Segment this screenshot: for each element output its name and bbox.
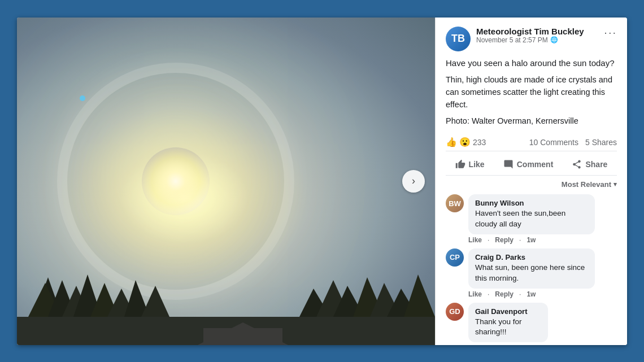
post-text: Have you seen a halo around the sun toda… [446, 57, 617, 128]
svg-rect-18 [203, 328, 282, 345]
comment-bubble-bunny: Bunny Wilson Haven't seen the sun,been c… [468, 194, 595, 234]
comment-content-bunny: Bunny Wilson Haven't seen the sun,been c… [468, 194, 617, 244]
avatar-initials-gail: GD [449, 307, 460, 316]
share-label: Share [585, 160, 607, 169]
avatar-initials: TB [451, 33, 465, 45]
reactions-bar: 👍 😮 233 10 Comments 5 Shares [446, 133, 617, 151]
photo-credit: Photo: Walter Overman, Kernersville [446, 115, 617, 128]
comment-item: BW Bunny Wilson Haven't seen the sun,bee… [446, 194, 617, 244]
comment-icon [503, 159, 514, 169]
svg-marker-16 [404, 274, 435, 317]
comment-author-gail[interactable]: Gail Davenport [475, 307, 541, 316]
comment-content-gail: Gail Davenport Thank you for sharing!!! … [468, 303, 562, 345]
next-button[interactable]: › [402, 170, 425, 193]
comment-reply-gail[interactable]: Reply [495, 344, 514, 344]
poster-name[interactable]: Meteorologist Tim Buckley [476, 27, 604, 36]
like-label: Like [469, 160, 485, 169]
comment-bubble-craig: Craig D. Parks What sun, been gone here … [468, 248, 595, 289]
sun-glow [142, 147, 210, 215]
like-button[interactable]: Like [447, 156, 493, 173]
sort-bar[interactable]: Most Relevant ▾ [446, 180, 617, 189]
more-options-button[interactable]: ··· [604, 27, 617, 38]
avatar-initials-bunny: BW [449, 199, 461, 208]
comment-author-bunny[interactable]: Bunny Wilson [475, 199, 588, 207]
comments-list: BW Bunny Wilson Haven't seen the sun,bee… [446, 194, 617, 345]
blue-dot [80, 95, 85, 101]
post-time: November 5 at 2:57 PM 🌐 [476, 36, 604, 44]
shares-count[interactable]: 5 Shares [585, 138, 617, 147]
engagement-stats: 10 Comments 5 Shares [529, 138, 617, 147]
comment-bubble-gail: Gail Davenport Thank you for sharing!!! [468, 303, 548, 343]
comment-time-gail: 1w [526, 344, 536, 344]
facebook-post-card: › TB Meteorologist Tim Buckley November … [17, 18, 627, 345]
comment-text-bunny: Haven't seen the sun,been cloudy all day [475, 208, 588, 230]
reaction-icons[interactable]: 👍 😮 233 [446, 137, 486, 147]
comment-actions-gail: Like · Reply · 1w [468, 344, 562, 344]
comments-count[interactable]: 10 Comments [529, 138, 578, 147]
comment-item: GD Gail Davenport Thank you for sharing!… [446, 303, 617, 345]
commenter-avatar-bunny[interactable]: BW [446, 194, 464, 212]
post-image-panel: › [17, 18, 435, 345]
comment-reply-bunny[interactable]: Reply [495, 236, 514, 244]
comment-text-craig: What sun, been gone here since this morn… [475, 263, 588, 284]
comment-like-bunny[interactable]: Like [468, 236, 482, 244]
share-button[interactable]: Share [564, 156, 615, 173]
share-icon [572, 159, 582, 169]
sort-chevron: ▾ [613, 181, 617, 188]
avatar-initials-craig: CP [450, 253, 460, 261]
comment-actions-bunny: Like · Reply · 1w [468, 236, 617, 244]
reaction-count: 233 [473, 138, 486, 147]
comment-label: Comment [517, 160, 554, 169]
comment-time-craig: 1w [526, 290, 536, 298]
comment-content-craig: Craig D. Parks What sun, been gone here … [468, 248, 617, 298]
commenter-avatar-craig[interactable]: CP [446, 248, 464, 267]
post-header: TB Meteorologist Tim Buckley November 5 … [446, 27, 617, 51]
svg-marker-9 [141, 286, 169, 317]
post-question: Have you seen a halo around the sun toda… [446, 57, 617, 70]
comment-reply-craig[interactable]: Reply [495, 290, 514, 298]
sort-label: Most Relevant [562, 180, 611, 189]
privacy-icon: 🌐 [550, 36, 558, 43]
comment-time-bunny: 1w [526, 236, 536, 244]
action-buttons: Like Comment Share [446, 154, 617, 176]
comment-like-gail[interactable]: Like [468, 344, 482, 344]
tree-silhouette [17, 272, 435, 345]
wow-emoji: 😮 [459, 137, 471, 147]
post-description: Thin, high clouds are made of ice crysta… [446, 74, 617, 111]
comment-actions-craig: Like · Reply · 1w [468, 290, 617, 298]
like-emoji: 👍 [446, 137, 457, 147]
comment-button[interactable]: Comment [495, 156, 562, 173]
social-panel: TB Meteorologist Tim Buckley November 5 … [435, 18, 627, 345]
post-meta: Meteorologist Tim Buckley November 5 at … [476, 27, 604, 44]
sky-background [17, 18, 435, 345]
commenter-avatar-gail[interactable]: GD [446, 303, 464, 321]
poster-avatar[interactable]: TB [446, 27, 471, 51]
comment-like-craig[interactable]: Like [468, 290, 482, 298]
comment-item: CP Craig D. Parks What sun, been gone he… [446, 248, 617, 298]
like-icon [455, 159, 465, 169]
chevron-right-icon: › [412, 175, 415, 187]
comment-text-gail: Thank you for sharing!!! [475, 317, 541, 338]
comment-author-craig[interactable]: Craig D. Parks [475, 253, 588, 261]
